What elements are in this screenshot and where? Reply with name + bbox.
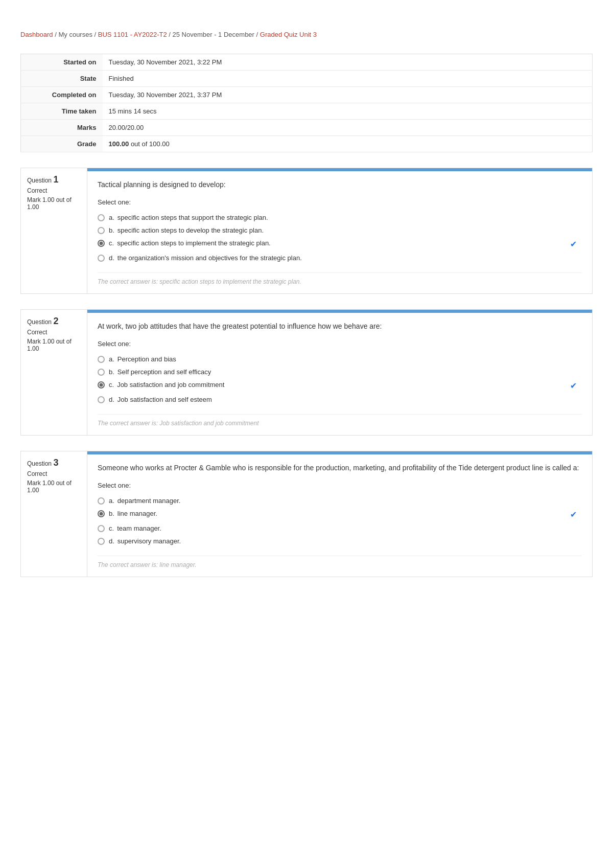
summary-table: Started on Tuesday, 30 November 2021, 3:… <box>20 54 593 152</box>
q1-answer-text-3: the organization's mission and objective… <box>117 254 302 262</box>
q2-answer-2: c.Job satisfaction and job commitment✔ <box>98 378 582 393</box>
q-text-1: Tactical planning is designed to develop… <box>98 179 582 190</box>
q2-letter-0: a. <box>109 355 114 363</box>
grade-suffix: out of 100.00 <box>129 140 170 148</box>
q1-checkmark-2: ✔ <box>570 239 582 249</box>
q-status-1: Correct <box>27 187 81 194</box>
q-status-2: Correct <box>27 329 81 336</box>
q2-answer-text-3: Job satisfaction and self esteem <box>117 396 212 403</box>
question-content-2: At work, two job attitudes that have the… <box>87 310 592 435</box>
q-label-2: Question 2 <box>27 316 81 327</box>
q-select-one-2: Select one: <box>98 340 582 348</box>
q-mark-3: Mark 1.00 out of 1.00 <box>27 479 81 494</box>
question-sidebar-2: Question 2 Correct Mark 1.00 out of 1.00 <box>21 310 87 435</box>
breadcrumb-sep1: / My courses / <box>55 31 98 38</box>
time-taken-value: 15 mins 14 secs <box>103 103 593 120</box>
marks-label: Marks <box>21 120 103 136</box>
q1-letter-1: b. <box>109 226 114 234</box>
q3-radio-1 <box>98 510 105 517</box>
q1-radio-2 <box>98 240 105 247</box>
q-select-one-1: Select one: <box>98 198 582 206</box>
q1-letter-2: c. <box>109 239 114 247</box>
question-sidebar-3: Question 3 Correct Mark 1.00 out of 1.00 <box>21 451 87 577</box>
q-body-2: At work, two job attitudes that have the… <box>87 313 592 435</box>
q1-radio-1 <box>98 227 105 234</box>
q-text-2: At work, two job attitudes that have the… <box>98 321 582 332</box>
q1-letter-0: a. <box>109 214 114 221</box>
q1-letter-3: d. <box>109 254 114 262</box>
q-label-3: Question 3 <box>27 458 81 468</box>
state-value: Finished <box>103 71 593 87</box>
q1-radio-3 <box>98 255 105 262</box>
question-block-1: Question 1 Correct Mark 1.00 out of 1.00… <box>20 168 593 294</box>
questions-container: Question 1 Correct Mark 1.00 out of 1.00… <box>20 168 593 577</box>
q3-checkmark-1: ✔ <box>570 510 582 519</box>
q3-letter-0: a. <box>109 497 114 505</box>
summary-state-row: State Finished <box>21 71 593 87</box>
q2-letter-1: b. <box>109 368 114 376</box>
q2-radio-1 <box>98 369 105 376</box>
breadcrumb: Dashboard / My courses / BUS 1101 - AY20… <box>20 31 593 38</box>
completed-on-value: Tuesday, 30 November 2021, 3:37 PM <box>103 87 593 103</box>
q3-letter-1: b. <box>109 510 114 517</box>
time-taken-label: Time taken <box>21 103 103 120</box>
grade-label: Grade <box>21 136 103 152</box>
q-select-one-3: Select one: <box>98 482 582 489</box>
q2-answer-1: b.Self perception and self efficacy <box>98 366 582 378</box>
q3-radio-3 <box>98 538 105 545</box>
q1-answer-3: d.the organization's mission and objecti… <box>98 252 582 264</box>
q-number-2: 2 <box>53 316 58 326</box>
breadcrumb-sep2: / 25 November - 1 December / <box>169 31 260 38</box>
breadcrumb-course[interactable]: BUS 1101 - AY2022-T2 <box>98 31 167 38</box>
q2-answer-3: d.Job satisfaction and self esteem <box>98 393 582 406</box>
q3-radio-2 <box>98 525 105 532</box>
q1-answer-0: a.specific action steps that support the… <box>98 211 582 224</box>
q-body-1: Tactical planning is designed to develop… <box>87 171 592 293</box>
q1-radio-0 <box>98 214 105 221</box>
q3-answer-1: b.line manager.✔ <box>98 507 582 522</box>
q1-answer-text-0: specific action steps that support the s… <box>117 214 268 221</box>
q1-answer-text-1: specific action steps to develop the str… <box>117 226 264 234</box>
summary-started-on-row: Started on Tuesday, 30 November 2021, 3:… <box>21 54 593 71</box>
q3-letter-2: c. <box>109 524 114 532</box>
q3-answer-text-2: team manager. <box>117 524 161 532</box>
question-content-3: Someone who works at Procter & Gamble wh… <box>87 451 592 577</box>
q2-radio-2 <box>98 381 105 389</box>
q-answer-list-3: a.department manager.b.line manager.✔c.t… <box>98 494 582 547</box>
q2-letter-2: c. <box>109 381 114 389</box>
summary-grade-row: Grade 100.00 out of 100.00 <box>21 136 593 152</box>
summary-marks-row: Marks 20.00/20.00 <box>21 120 593 136</box>
question-block-2: Question 2 Correct Mark 1.00 out of 1.00… <box>20 309 593 436</box>
q2-answer-text-2: Job satisfaction and job commitment <box>117 381 224 389</box>
q3-answer-3: d.supervisory manager. <box>98 535 582 547</box>
breadcrumb-quiz[interactable]: Graded Quiz Unit 3 <box>260 31 317 38</box>
q3-answer-text-1: line manager. <box>117 510 157 517</box>
q3-answer-0: a.department manager. <box>98 494 582 507</box>
q3-letter-3: d. <box>109 537 114 545</box>
q1-answer-2: c.specific action steps to implement the… <box>98 237 582 252</box>
q2-answer-text-1: Self perception and self efficacy <box>117 368 211 376</box>
q2-radio-3 <box>98 396 105 403</box>
q-number-3: 3 <box>53 458 58 468</box>
started-on-label: Started on <box>21 54 103 71</box>
summary-time-taken-row: Time taken 15 mins 14 secs <box>21 103 593 120</box>
q-number-1: 1 <box>53 174 58 185</box>
q2-letter-3: d. <box>109 396 114 403</box>
q-mark-2: Mark 1.00 out of 1.00 <box>27 338 81 352</box>
marks-value: 20.00/20.00 <box>103 120 593 136</box>
q3-correct-answer-text: The correct answer is: line manager. <box>98 556 582 568</box>
q2-checkmark-2: ✔ <box>570 381 582 391</box>
q2-radio-0 <box>98 356 105 363</box>
q-text-3: Someone who works at Procter & Gamble wh… <box>98 463 582 473</box>
grade-value: 100.00 out of 100.00 <box>103 136 593 152</box>
summary-completed-on-row: Completed on Tuesday, 30 November 2021, … <box>21 87 593 103</box>
q-answer-list-2: a.Perception and biasb.Self perception a… <box>98 353 582 406</box>
breadcrumb-dashboard[interactable]: Dashboard <box>20 31 53 38</box>
q-label-1: Question 1 <box>27 174 81 185</box>
q1-answer-1: b.specific action steps to develop the s… <box>98 224 582 237</box>
q3-radio-0 <box>98 497 105 505</box>
q2-answer-text-0: Perception and bias <box>117 355 176 363</box>
q3-answer-text-3: supervisory manager. <box>117 537 181 545</box>
q3-answer-text-0: department manager. <box>117 497 181 505</box>
q2-answer-0: a.Perception and bias <box>98 353 582 366</box>
